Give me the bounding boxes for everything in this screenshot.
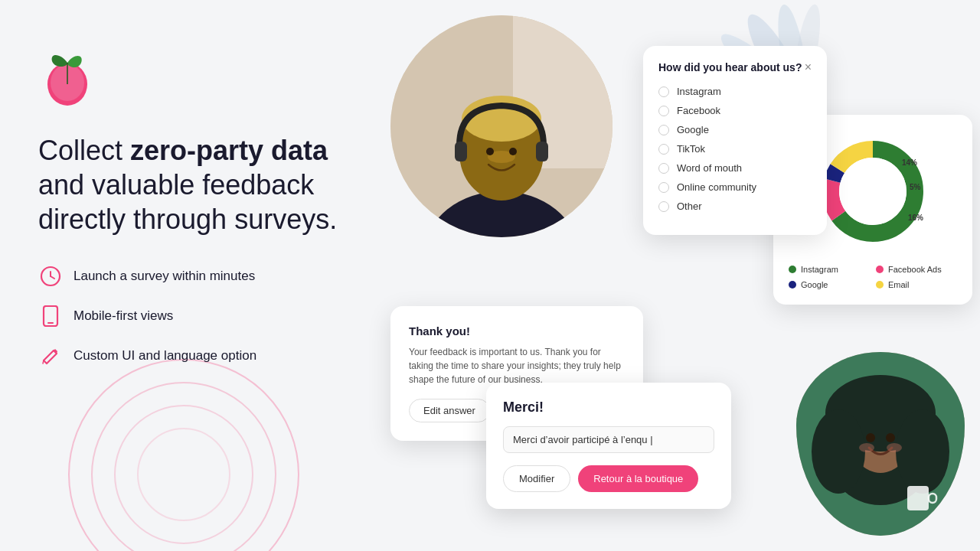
legend-dot-google [789, 281, 796, 289]
legend-email: Email [876, 280, 957, 289]
svg-rect-23 [455, 142, 467, 161]
retour-button[interactable]: Retour à la boutique [578, 465, 698, 492]
mobile-icon [38, 304, 63, 328]
svg-point-26 [486, 148, 494, 155]
svg-point-2 [115, 406, 253, 543]
clock-icon [38, 264, 63, 289]
survey-option-online-community[interactable]: Online community [658, 181, 812, 193]
radio-other[interactable] [658, 201, 669, 212]
svg-point-43 [886, 433, 895, 442]
survey-card: How did you hear about us? × Instagram F… [643, 46, 827, 235]
svg-point-32 [839, 158, 906, 225]
modifier-button[interactable]: Modifier [503, 465, 570, 492]
headline: Collect zero-party data and valuable fee… [38, 133, 368, 236]
legend-dot-email [876, 281, 884, 289]
close-button[interactable]: × [805, 61, 812, 73]
survey-option-word-of-mouth[interactable]: Word of mouth [658, 162, 812, 174]
legend-facebook-ads: Facebook Ads [876, 265, 957, 274]
legend-instagram: Instagram [789, 265, 870, 274]
svg-point-0 [69, 360, 299, 551]
survey-option-google[interactable]: Google [658, 124, 812, 135]
legend-google: Google [789, 280, 870, 289]
thank-you-title: Thank you! [409, 324, 625, 337]
radio-tiktok[interactable] [658, 144, 669, 155]
feature-item-3: Custom UI and language option [38, 344, 368, 368]
survey-options-list: Instagram Facebook Google TikTok Word of… [658, 86, 812, 212]
legend-dot-facebook [876, 266, 884, 273]
person-hijab-image [796, 352, 965, 536]
survey-option-other[interactable]: Other [658, 201, 812, 212]
svg-point-3 [138, 429, 230, 520]
svg-rect-24 [536, 142, 548, 161]
merci-actions: Modifier Retour à la boutique [503, 465, 714, 492]
app-logo [38, 46, 100, 107]
radio-word-of-mouth[interactable] [658, 163, 669, 174]
legend-dot-instagram [789, 266, 796, 273]
features-list: Launch a survey within minutes Mobile-fi… [38, 264, 368, 368]
svg-point-1 [92, 383, 276, 551]
radio-facebook[interactable] [658, 106, 669, 116]
survey-card-header: How did you hear about us? × [658, 61, 812, 73]
svg-text:14%: 14% [902, 158, 917, 167]
left-panel: Collect zero-party data and valuable fee… [38, 46, 368, 368]
background-circles [61, 352, 306, 551]
svg-point-27 [509, 148, 517, 155]
svg-point-40 [812, 409, 865, 494]
survey-option-instagram[interactable]: Instagram [658, 86, 812, 97]
survey-card-title: How did you hear about us? [658, 61, 802, 73]
pencil-icon [38, 344, 63, 368]
feature-item-2: Mobile-first views [38, 304, 368, 328]
chart-legend: Instagram Facebook Ads Google Email [789, 265, 957, 289]
survey-option-facebook[interactable]: Facebook [658, 105, 812, 116]
merci-card: Merci! Modifier Retour à la boutique [486, 383, 731, 509]
svg-text:5%: 5% [910, 183, 921, 191]
svg-point-42 [866, 433, 875, 442]
survey-option-tiktok[interactable]: TikTok [658, 143, 812, 155]
feature-item-1: Launch a survey within minutes [38, 264, 368, 289]
thank-you-body: Your feedback is important to us. Thank … [409, 345, 625, 386]
svg-point-44 [859, 443, 874, 452]
svg-text:16%: 16% [908, 214, 923, 222]
merci-title: Merci! [503, 399, 714, 416]
svg-line-17 [43, 360, 44, 364]
radio-google[interactable] [658, 125, 669, 135]
svg-point-41 [896, 409, 949, 494]
merci-input[interactable] [503, 426, 714, 453]
radio-online-community[interactable] [658, 182, 669, 193]
svg-line-14 [51, 276, 54, 279]
edit-answer-button[interactable]: Edit answer [409, 399, 490, 422]
svg-point-45 [887, 443, 902, 452]
svg-rect-46 [907, 486, 929, 510]
radio-instagram[interactable] [658, 86, 669, 97]
person-headphones-image [390, 15, 612, 237]
